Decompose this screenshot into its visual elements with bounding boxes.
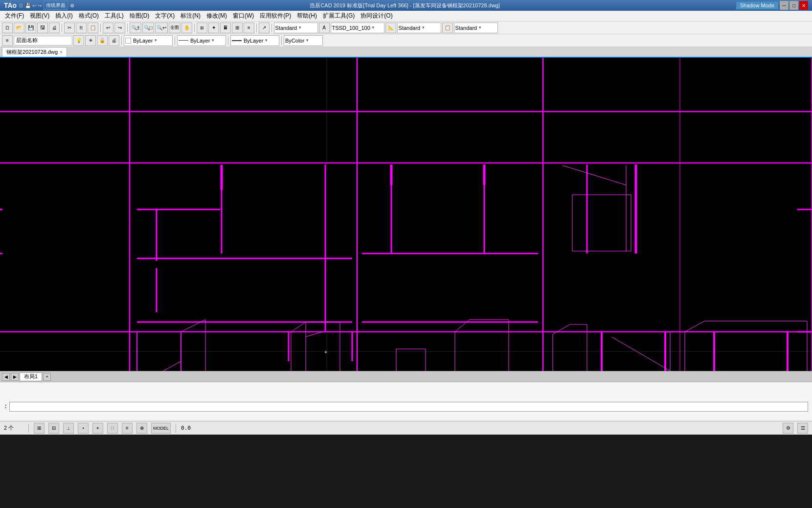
menu-tools[interactable]: 工具(L)	[102, 11, 127, 21]
command-prompt: :	[4, 403, 7, 410]
print-button[interactable]: 🖨	[49, 23, 60, 33]
title-bar-left: TAo 🗋 💾 ↩ ↪ 传统界面 ⚙	[4, 1, 74, 10]
title-bar-controls[interactable]: Shadow Mode ─ □ ✕	[736, 1, 808, 10]
status-sep-1	[28, 424, 29, 433]
toolbar-mode-dropdown[interactable]: 传统界面	[44, 1, 68, 10]
text-height-dropdown[interactable]: TSSD_100_100▼	[331, 23, 384, 33]
color-dropdown[interactable]: ByLayer▼	[124, 35, 173, 46]
match-prop[interactable]: ✦	[208, 23, 219, 33]
sep2	[100, 23, 101, 32]
layer-state-btn[interactable]: 💡	[73, 35, 84, 46]
command-area: :	[0, 382, 812, 421]
layout-tab-1[interactable]: 布局1	[20, 372, 42, 381]
menu-help[interactable]: 帮助(H)	[294, 11, 320, 21]
layout-add-button[interactable]: +	[43, 373, 51, 381]
sep3	[127, 23, 128, 32]
grid-display-button[interactable]: ⊟	[48, 423, 59, 434]
open-button[interactable]: 📂	[14, 23, 24, 33]
status-settings[interactable]: ⚙	[783, 423, 793, 434]
grid-button[interactable]: ⊞	[232, 23, 243, 33]
menu-apps[interactable]: 应用软件(P)	[257, 11, 294, 21]
zoom-window[interactable]: 🔍□	[142, 23, 154, 33]
zoom-prev[interactable]: 🔍↩	[155, 23, 168, 33]
menu-text[interactable]: 文字(X)	[152, 11, 178, 21]
minimize-button[interactable]: ─	[780, 1, 789, 10]
tab-bar: 钢框架20210728.dwg ×	[0, 47, 812, 58]
toolbar-layer: ≡ 💡 ☀ 🔓 🖨 ByLayer▼ ByLayer▼ ByLayer▼ ByC…	[0, 34, 812, 47]
layer-lock-btn[interactable]: 🔓	[97, 35, 108, 46]
menu-insert[interactable]: 插入(I)	[52, 11, 75, 21]
toolbar-main: 🗋 📂 💾 🖫 🖨 ✂ ⎘ 📋 ↩ ↪ 🔍± 🔍□ 🔍↩ 全图 ✋ ⊞ ✦ 🖩 …	[0, 22, 812, 34]
sep4	[194, 23, 195, 32]
menu-bar: 文件(F) 视图(V) 插入(I) 格式(O) 工具(L) 绘图(D) 文字(X…	[0, 11, 812, 22]
layer-print-btn[interactable]: 🖨	[109, 35, 119, 46]
cut-button[interactable]: ✂	[64, 23, 75, 33]
svg-rect-0	[0, 58, 812, 371]
cad-drawing: + ✕	[0, 58, 812, 371]
menu-file[interactable]: 文件(F)	[2, 11, 27, 21]
close-button[interactable]: ✕	[799, 1, 808, 10]
zoom-all[interactable]: 全图	[169, 23, 180, 33]
status-panel[interactable]: ☰	[797, 423, 808, 434]
linetype-dropdown[interactable]: ByLayer▼	[177, 35, 226, 46]
saveas-button[interactable]: 🖫	[37, 23, 48, 33]
table-style-dropdown[interactable]: Standard▼	[454, 23, 498, 33]
active-tab[interactable]: 钢框架20210728.dwg ×	[2, 47, 67, 57]
tab-close-button[interactable]: ×	[60, 49, 63, 55]
layer-manager[interactable]: ≡	[2, 35, 13, 46]
svg-text:+: +	[324, 349, 327, 355]
otrack-button[interactable]: ∷	[107, 423, 118, 434]
selection-count: 2 个	[4, 424, 23, 432]
coord-display: 0.0	[181, 425, 191, 431]
text-height-icon: A	[319, 23, 330, 33]
command-input[interactable]	[9, 402, 808, 412]
menu-collab[interactable]: 协同设计(O)	[358, 11, 395, 21]
sep8	[175, 36, 175, 45]
cal-button[interactable]: 🖩	[220, 23, 231, 33]
command-input-row: :	[4, 402, 808, 412]
arrow-icon[interactable]: ↗	[259, 23, 270, 33]
save-button[interactable]: 💾	[25, 23, 36, 33]
pan-button[interactable]: ✋	[181, 23, 192, 33]
layout-bar: ◀ ▶ 布局1 +	[0, 371, 812, 382]
model-button[interactable]: MODEL	[151, 423, 171, 434]
ortho-button[interactable]: ⟂	[63, 423, 74, 434]
shadow-mode-button[interactable]: Shadow Mode	[736, 1, 779, 10]
properties-button[interactable]: ⊞	[197, 23, 207, 33]
snap-grid-button[interactable]: ⊞	[34, 423, 45, 434]
menu-dimension[interactable]: 标注(N)	[178, 11, 203, 21]
menu-draw[interactable]: 绘图(D)	[127, 11, 153, 21]
zoom-realtime[interactable]: 🔍±	[130, 23, 141, 33]
menu-extend[interactable]: 扩展工具(G)	[320, 11, 358, 21]
layout-scroll-right[interactable]: ▶	[11, 373, 19, 381]
redo-button[interactable]: ↪	[114, 23, 125, 33]
maximize-button[interactable]: □	[789, 1, 798, 10]
lineweight-button[interactable]: ≡	[122, 423, 133, 434]
text-style-dropdown[interactable]: Standard▼	[274, 23, 318, 33]
title-bar-title: 浩辰CAD 2019 标准版[Trial Day Left 366] - [蒸发…	[74, 2, 736, 9]
undo-button[interactable]: ↩	[103, 23, 113, 33]
menu-format[interactable]: 格式(O)	[76, 11, 102, 21]
menu-view[interactable]: 视图(V)	[27, 11, 52, 21]
osnap-button[interactable]: ⌖	[92, 423, 103, 434]
status-bar: 2 个 ⊞ ⊟ ⟂ ⋆ ⌖ ∷ ≡ ⊕ MODEL 0.0 ⚙ ☰	[0, 421, 812, 435]
dim-style-icon: 📐	[385, 23, 396, 33]
paste-button[interactable]: 📋	[88, 23, 98, 33]
dim-style-dropdown[interactable]: Standard▼	[397, 23, 441, 33]
plotstyle-dropdown[interactable]: ByColor▼	[284, 35, 323, 46]
customize-icon[interactable]: ⚙	[70, 3, 74, 8]
sep10	[281, 36, 282, 45]
layer-name-input[interactable]	[16, 38, 65, 44]
menu-modify[interactable]: 修改(M)	[203, 11, 230, 21]
layer-button[interactable]: ≡	[244, 23, 254, 33]
layer-freeze-btn[interactable]: ☀	[85, 35, 96, 46]
copy-button[interactable]: ⎘	[76, 23, 87, 33]
lineweight-dropdown[interactable]: ByLayer▼	[230, 35, 279, 46]
sep9	[228, 36, 228, 45]
layout-scroll-left[interactable]: ◀	[2, 373, 10, 381]
new-button[interactable]: 🗋	[2, 23, 13, 33]
polar-button[interactable]: ⋆	[78, 423, 89, 434]
cad-canvas[interactable]: + ✕	[0, 58, 812, 371]
select-button[interactable]: ⊕	[136, 423, 147, 434]
menu-window[interactable]: 窗口(W)	[230, 11, 257, 21]
